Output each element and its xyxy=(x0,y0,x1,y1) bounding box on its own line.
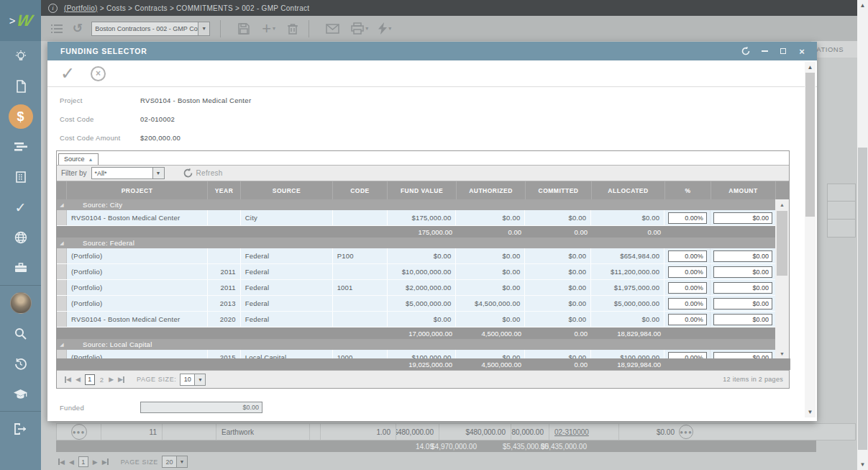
group-collapse-icon[interactable]: ◢ xyxy=(57,240,67,246)
column-header-year[interactable]: YEAR xyxy=(208,181,241,199)
save-icon[interactable] xyxy=(237,22,250,35)
amount-input[interactable] xyxy=(713,282,772,294)
cancel-button[interactable]: × xyxy=(91,66,106,81)
funding-source-row[interactable]: RVS0104 - Boston Medical CenterCity$175,… xyxy=(57,210,775,226)
bg-next-page-button[interactable]: ▶ xyxy=(93,458,98,466)
grid-scrollbar[interactable]: ▲ ▼ xyxy=(775,199,789,358)
percent-input[interactable] xyxy=(668,352,707,359)
amount-input[interactable] xyxy=(713,266,772,278)
row-actions-button[interactable]: ●●● xyxy=(71,424,87,440)
add-caret-icon[interactable]: ▾ xyxy=(273,25,275,32)
percent-input[interactable] xyxy=(668,314,707,325)
column-header-amount[interactable]: AMOUNT xyxy=(711,181,776,199)
percent-input[interactable] xyxy=(668,282,707,294)
print-icon[interactable] xyxy=(351,22,364,35)
info-icon[interactable]: i xyxy=(48,4,58,13)
percent-input[interactable] xyxy=(668,212,707,224)
page-scroll-down-icon[interactable]: ▼ xyxy=(857,459,868,470)
sidebar-item-costs[interactable]: $ xyxy=(0,101,41,132)
app-logo[interactable]: >W xyxy=(0,0,41,41)
sidebar-item-company[interactable] xyxy=(0,162,41,192)
dialog-minimize-icon[interactable] xyxy=(759,46,769,56)
amount-input[interactable] xyxy=(713,314,772,325)
percent-input[interactable] xyxy=(668,250,707,262)
column-header-code[interactable]: CODE xyxy=(333,181,388,199)
column-header-committed[interactable]: COMMITTED xyxy=(526,181,592,199)
detail-list-icon[interactable] xyxy=(50,23,63,35)
funding-source-row[interactable]: RVS0104 - Boston Medical Center2020Feder… xyxy=(57,312,775,327)
column-header--[interactable]: % xyxy=(665,181,711,199)
prev-page-button[interactable]: ◀ xyxy=(76,376,81,383)
sidebar-item-search[interactable] xyxy=(0,318,41,348)
dialog-scroll-thumb[interactable] xyxy=(805,73,815,217)
refresh-button[interactable]: Refresh xyxy=(183,168,223,178)
funding-source-row[interactable]: (Portfolio)2011Federal$10,000,000.00$0.0… xyxy=(57,264,775,280)
sidebar-item-web[interactable] xyxy=(0,222,41,253)
sidebar-item-profile[interactable] xyxy=(0,288,41,318)
record-selector-caret[interactable]: ▼ xyxy=(198,22,210,36)
percent-input[interactable] xyxy=(668,298,707,309)
delete-icon[interactable] xyxy=(287,22,298,35)
column-header-source[interactable]: SOURCE xyxy=(241,181,333,199)
record-selector[interactable]: Boston Contractors - 002 - GMP Cor ▼ xyxy=(91,22,210,36)
add-icon[interactable]: + xyxy=(262,19,271,38)
sidebar-item-projects[interactable] xyxy=(0,253,41,283)
bg-page-size-select[interactable]: 20▼ xyxy=(162,456,188,468)
dialog-refresh-icon[interactable] xyxy=(741,46,751,56)
workflow-caret-icon[interactable]: ▾ xyxy=(388,25,391,32)
accept-button[interactable]: ✓ xyxy=(60,63,75,83)
funded-actions-button[interactable]: ●●● xyxy=(679,425,693,439)
sidebar-item-training[interactable] xyxy=(0,379,41,409)
page-scroll-thumb[interactable] xyxy=(858,148,867,450)
dialog-maximize-icon[interactable] xyxy=(778,46,788,56)
page-scroll-up-icon[interactable]: ▲ xyxy=(857,0,868,11)
column-header-project[interactable]: PROJECT xyxy=(67,181,208,199)
dialog-scroll-down-icon[interactable]: ▼ xyxy=(805,407,816,417)
sidebar-item-documents[interactable] xyxy=(0,71,41,101)
next-page-button[interactable]: ▶ xyxy=(109,376,114,383)
page-2-button[interactable]: 2 xyxy=(100,376,104,384)
current-page[interactable]: 1 xyxy=(85,374,95,385)
amount-input[interactable] xyxy=(713,250,772,262)
grid-scroll-up-icon[interactable]: ▲ xyxy=(775,199,789,209)
first-page-button[interactable]: ◀ xyxy=(65,376,71,383)
sidebar-item-reports[interactable] xyxy=(0,132,41,162)
funding-source-row[interactable]: (Portfolio)2011Federal1001$2,000,000.00$… xyxy=(57,280,775,296)
amount-input[interactable] xyxy=(713,298,772,309)
bg-last-page-button[interactable]: ▶ xyxy=(102,458,109,466)
group-collapse-icon[interactable]: ◢ xyxy=(57,202,67,208)
grid-scroll-down-icon[interactable]: ▼ xyxy=(775,348,789,358)
funding-source-row[interactable]: (Portfolio)2015Local Capital1000$100,000… xyxy=(57,350,775,358)
column-header-fund-value[interactable]: FUND VALUE xyxy=(388,181,457,199)
percent-input[interactable] xyxy=(668,266,707,278)
sidebar-item-ideas[interactable] xyxy=(0,41,41,71)
history-toolbar-icon[interactable]: ↺ xyxy=(73,21,83,36)
filter-select[interactable]: *All*▼ xyxy=(91,167,165,179)
group-collapse-icon[interactable]: ◢ xyxy=(57,342,67,348)
amount-input[interactable] xyxy=(713,352,772,359)
last-page-button[interactable]: ▶ xyxy=(118,376,124,383)
dialog-scroll-up-icon[interactable]: ▲ xyxy=(805,62,816,73)
grid-scroll-thumb[interactable] xyxy=(777,211,787,276)
workflow-icon[interactable] xyxy=(378,22,387,35)
funding-source-row[interactable]: (Portfolio)FederalP100$0.00$0.00$0.00$65… xyxy=(57,248,775,264)
group-by-source-chip[interactable]: Source▲ xyxy=(58,153,99,165)
funded-input[interactable] xyxy=(140,402,262,413)
funding-source-row[interactable]: (Portfolio)2013Federal$5,000,000.00$4,50… xyxy=(57,296,775,312)
bg-first-page-button[interactable]: ◀ xyxy=(58,458,65,466)
dialog-close-icon[interactable]: × xyxy=(797,46,807,56)
bg-current-page[interactable]: 1 xyxy=(78,456,88,467)
email-icon[interactable] xyxy=(326,24,339,34)
amount-input[interactable] xyxy=(713,212,772,224)
breadcrumb-portfolio-link[interactable]: (Portfolio) xyxy=(64,4,98,12)
sidebar-item-logout[interactable] xyxy=(0,414,41,444)
cost-code-link[interactable]: 02-310000 xyxy=(554,428,589,436)
dialog-scrollbar[interactable]: ▲ ▼ xyxy=(805,62,816,417)
sidebar-item-approvals[interactable]: ✓ xyxy=(0,192,41,222)
sidebar-item-history[interactable] xyxy=(0,348,41,379)
page-scrollbar[interactable]: ▲ ▼ xyxy=(857,0,868,470)
page-size-select[interactable]: 10▼ xyxy=(180,374,206,386)
column-header-allocated[interactable]: ALLOCATED xyxy=(592,181,665,199)
bg-prev-page-button[interactable]: ◀ xyxy=(69,458,74,466)
column-header-authorized[interactable]: AUTHORIZED xyxy=(457,181,526,199)
